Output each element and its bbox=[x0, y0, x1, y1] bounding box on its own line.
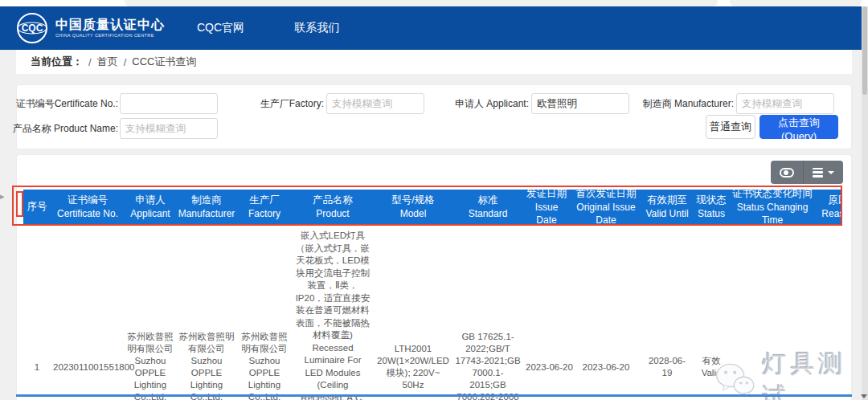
applicant-label: 申请人 Applicant: bbox=[392, 93, 529, 114]
cell-original-issue-date: 2023-06-20 bbox=[570, 361, 642, 373]
cqc-logo-icon: CQC bbox=[16, 12, 48, 44]
brand-subtitle: CHINA QUALITY CERTIFICATION CENTRE bbox=[55, 32, 165, 39]
factory-label: 生产厂Factory: bbox=[187, 93, 324, 114]
cell-product: 嵌入式LED灯具（嵌入式灯具，嵌天花板式，LED模块用交流电子控制装置，Ⅱ类，I… bbox=[292, 224, 374, 400]
col-header-certificate-no[interactable]: 证书编号Certificate No. bbox=[51, 190, 125, 224]
table-toolbar bbox=[771, 161, 843, 184]
cell-factory: 苏州欧普照明有限公司 Suzhou OPPLE Lighting Co.,Ltd… bbox=[237, 331, 292, 400]
cell-issue-date: 2023-06-20 bbox=[523, 361, 570, 373]
col-header-status-changing-time[interactable]: 证书状态变化时间Status Changing Time bbox=[731, 190, 814, 224]
toggle-visibility-icon bbox=[780, 168, 794, 178]
scrollbar-thumb[interactable] bbox=[862, 6, 867, 95]
browser-tab-edge bbox=[730, 0, 862, 6]
cell-applicant: 苏州欧普照明有限公司 Suzhou OPPLE Lighting Co.,Ltd… bbox=[125, 331, 176, 400]
nav-item-contact[interactable]: 联系我们 bbox=[294, 21, 339, 35]
nav-menu: CQC官网 联系我们 bbox=[197, 21, 339, 35]
cell-manufacturer: 苏州欧普照明有限公司 Suzhou OPPLE Lighting Co.,Ltd… bbox=[176, 331, 237, 400]
col-header-standard[interactable]: 标准Standard bbox=[452, 190, 523, 224]
breadcrumb-separator: / bbox=[124, 56, 127, 68]
logo-text: CQC bbox=[22, 22, 43, 34]
col-header-index[interactable]: 序号 bbox=[23, 190, 51, 224]
page: CQC 中国质量认证中心 CHINA QUALITY CERTIFICATION… bbox=[0, 0, 868, 400]
horizontal-scroll-line[interactable] bbox=[16, 394, 852, 397]
cell-certificate-no: 2023011001551800 bbox=[51, 361, 125, 373]
col-header-issue-date[interactable]: 发证日期Issue Date bbox=[523, 190, 570, 224]
cell-model: LTH2001 20W(1×20W/LED模块); 220V~ 50Hz bbox=[374, 343, 452, 391]
breadcrumb-separator: / bbox=[88, 56, 92, 68]
cell-index: 1 bbox=[23, 361, 51, 373]
col-header-model[interactable]: 型号/规格Model bbox=[374, 190, 452, 224]
toggle-visibility-button[interactable] bbox=[771, 161, 803, 184]
manufacturer-input[interactable] bbox=[736, 93, 834, 114]
col-header-factory[interactable]: 生产厂Factory bbox=[237, 190, 292, 224]
breadcrumb: 当前位置： / 首页 / CCC证书查询 bbox=[16, 50, 852, 74]
watermark-text: 灯具测试 bbox=[763, 348, 868, 400]
certificate-no-label: 证书编号Certificate No.: bbox=[0, 93, 118, 114]
manufacturer-label: 制造商 Manufacturer: bbox=[597, 93, 734, 114]
column-chooser-icon bbox=[813, 168, 823, 178]
col-header-status[interactable]: 现状态Status bbox=[692, 190, 731, 224]
cell-valid-until: 2028-06-19 bbox=[642, 355, 692, 379]
product-name-input[interactable] bbox=[120, 118, 218, 139]
col-header-product[interactable]: 产品名称Product bbox=[292, 190, 374, 224]
product-name-label: 产品名称 Product Name: bbox=[0, 118, 118, 139]
col-header-manufacturer[interactable]: 制造商Manufacturer bbox=[176, 190, 237, 224]
brand-title: 中国质量认证中心 bbox=[55, 18, 165, 32]
table-header-row: 序号 证书编号Certificate No. 申请人Applicant 制造商M… bbox=[23, 190, 841, 224]
top-navbar: CQC 中国质量认证中心 CHINA QUALITY CERTIFICATION… bbox=[0, 6, 862, 50]
col-header-original-issue-date[interactable]: 首次发证日期Original Issue Date bbox=[570, 190, 642, 224]
query-button[interactable]: 点击查询(Query) bbox=[760, 115, 838, 139]
breadcrumb-item-home[interactable]: 首页 bbox=[97, 55, 118, 69]
nav-item-cqc-site[interactable]: CQC官网 bbox=[197, 21, 244, 35]
column-chooser-button[interactable] bbox=[803, 161, 843, 184]
breadcrumb-item-ccc-query[interactable]: CCC证书查询 bbox=[132, 55, 196, 69]
watermark: 灯具测试 bbox=[714, 348, 868, 400]
col-header-valid-until[interactable]: 有效期至Valid Until bbox=[642, 190, 692, 224]
caret-down-icon bbox=[828, 171, 834, 174]
search-form: 证书编号Certificate No.: 生产厂Factory: 申请人 App… bbox=[16, 84, 852, 149]
normal-query-button[interactable]: 普通查询 bbox=[706, 115, 755, 139]
breadcrumb-prefix: 当前位置： bbox=[31, 55, 83, 69]
cell-standard: GB 17625.1-2022;GB/T 17743-2021;GB 7000.… bbox=[452, 331, 523, 400]
browser-scrollbar[interactable] bbox=[862, 6, 868, 400]
col-header-reason[interactable]: 原因Reason bbox=[814, 190, 841, 224]
col-header-applicant[interactable]: 申请人Applicant bbox=[125, 190, 176, 224]
browser-tab-edge bbox=[125, 0, 718, 6]
side-panel-arrow-icon[interactable]: ▸ bbox=[0, 191, 5, 202]
browser-tabs-strip bbox=[0, 0, 868, 6]
brand-block: 中国质量认证中心 CHINA QUALITY CERTIFICATION CEN… bbox=[55, 18, 165, 39]
